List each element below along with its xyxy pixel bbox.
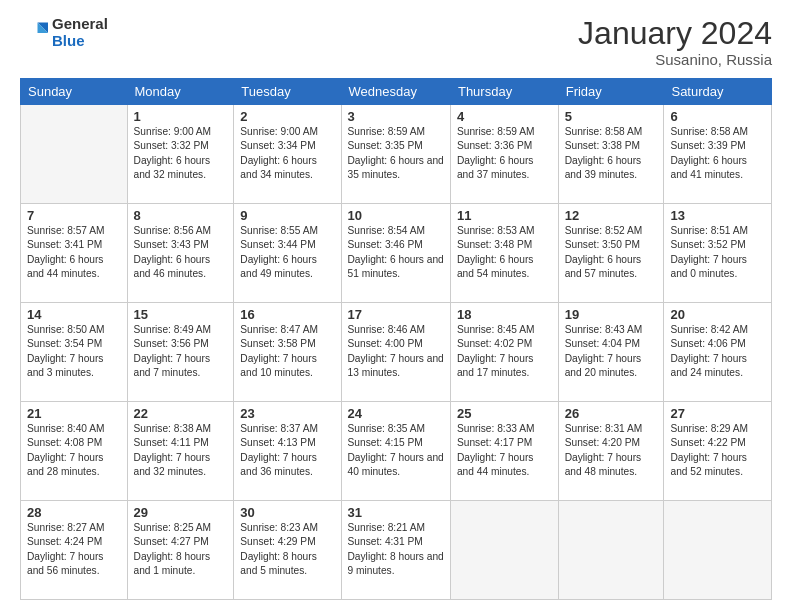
title-block: January 2024 Susanino, Russia [578, 16, 772, 68]
calendar-title: January 2024 [578, 16, 772, 51]
logo: General Blue [20, 16, 108, 49]
day-number: 1 [134, 109, 228, 124]
day-number: 5 [565, 109, 658, 124]
table-row: 15Sunrise: 8:49 AM Sunset: 3:56 PM Dayli… [127, 303, 234, 402]
table-row [21, 105, 128, 204]
day-info: Sunrise: 8:47 AM Sunset: 3:58 PM Dayligh… [240, 323, 334, 380]
table-row [664, 501, 772, 600]
table-row: 18Sunrise: 8:45 AM Sunset: 4:02 PM Dayli… [450, 303, 558, 402]
col-thursday: Thursday [450, 79, 558, 105]
day-info: Sunrise: 8:21 AM Sunset: 4:31 PM Dayligh… [348, 521, 444, 578]
col-monday: Monday [127, 79, 234, 105]
day-info: Sunrise: 8:23 AM Sunset: 4:29 PM Dayligh… [240, 521, 334, 578]
day-number: 31 [348, 505, 444, 520]
table-row: 12Sunrise: 8:52 AM Sunset: 3:50 PM Dayli… [558, 204, 664, 303]
day-info: Sunrise: 8:42 AM Sunset: 4:06 PM Dayligh… [670, 323, 765, 380]
table-row: 13Sunrise: 8:51 AM Sunset: 3:52 PM Dayli… [664, 204, 772, 303]
day-number: 29 [134, 505, 228, 520]
header: General Blue January 2024 Susanino, Russ… [20, 16, 772, 68]
day-info: Sunrise: 9:00 AM Sunset: 3:34 PM Dayligh… [240, 125, 334, 182]
day-info: Sunrise: 8:27 AM Sunset: 4:24 PM Dayligh… [27, 521, 121, 578]
table-row: 28Sunrise: 8:27 AM Sunset: 4:24 PM Dayli… [21, 501, 128, 600]
calendar-header-row: Sunday Monday Tuesday Wednesday Thursday… [21, 79, 772, 105]
table-row: 5Sunrise: 8:58 AM Sunset: 3:38 PM Daylig… [558, 105, 664, 204]
day-info: Sunrise: 8:33 AM Sunset: 4:17 PM Dayligh… [457, 422, 552, 479]
day-info: Sunrise: 8:40 AM Sunset: 4:08 PM Dayligh… [27, 422, 121, 479]
col-friday: Friday [558, 79, 664, 105]
table-row: 24Sunrise: 8:35 AM Sunset: 4:15 PM Dayli… [341, 402, 450, 501]
day-number: 6 [670, 109, 765, 124]
logo-text: General Blue [52, 16, 108, 49]
day-info: Sunrise: 8:57 AM Sunset: 3:41 PM Dayligh… [27, 224, 121, 281]
col-tuesday: Tuesday [234, 79, 341, 105]
table-row: 22Sunrise: 8:38 AM Sunset: 4:11 PM Dayli… [127, 402, 234, 501]
day-number: 30 [240, 505, 334, 520]
day-info: Sunrise: 9:00 AM Sunset: 3:32 PM Dayligh… [134, 125, 228, 182]
col-wednesday: Wednesday [341, 79, 450, 105]
day-number: 11 [457, 208, 552, 223]
table-row: 30Sunrise: 8:23 AM Sunset: 4:29 PM Dayli… [234, 501, 341, 600]
logo-general-text: General [52, 16, 108, 33]
table-row: 23Sunrise: 8:37 AM Sunset: 4:13 PM Dayli… [234, 402, 341, 501]
table-row: 29Sunrise: 8:25 AM Sunset: 4:27 PM Dayli… [127, 501, 234, 600]
table-row: 4Sunrise: 8:59 AM Sunset: 3:36 PM Daylig… [450, 105, 558, 204]
table-row: 27Sunrise: 8:29 AM Sunset: 4:22 PM Dayli… [664, 402, 772, 501]
table-row: 25Sunrise: 8:33 AM Sunset: 4:17 PM Dayli… [450, 402, 558, 501]
table-row: 16Sunrise: 8:47 AM Sunset: 3:58 PM Dayli… [234, 303, 341, 402]
day-number: 27 [670, 406, 765, 421]
day-info: Sunrise: 8:54 AM Sunset: 3:46 PM Dayligh… [348, 224, 444, 281]
table-row: 2Sunrise: 9:00 AM Sunset: 3:34 PM Daylig… [234, 105, 341, 204]
day-info: Sunrise: 8:43 AM Sunset: 4:04 PM Dayligh… [565, 323, 658, 380]
day-info: Sunrise: 8:50 AM Sunset: 3:54 PM Dayligh… [27, 323, 121, 380]
table-row: 1Sunrise: 9:00 AM Sunset: 3:32 PM Daylig… [127, 105, 234, 204]
day-info: Sunrise: 8:49 AM Sunset: 3:56 PM Dayligh… [134, 323, 228, 380]
calendar-table: Sunday Monday Tuesday Wednesday Thursday… [20, 78, 772, 600]
day-number: 15 [134, 307, 228, 322]
day-number: 28 [27, 505, 121, 520]
day-info: Sunrise: 8:25 AM Sunset: 4:27 PM Dayligh… [134, 521, 228, 578]
day-info: Sunrise: 8:46 AM Sunset: 4:00 PM Dayligh… [348, 323, 444, 380]
table-row: 31Sunrise: 8:21 AM Sunset: 4:31 PM Dayli… [341, 501, 450, 600]
col-saturday: Saturday [664, 79, 772, 105]
table-row: 6Sunrise: 8:58 AM Sunset: 3:39 PM Daylig… [664, 105, 772, 204]
table-row [450, 501, 558, 600]
day-info: Sunrise: 8:37 AM Sunset: 4:13 PM Dayligh… [240, 422, 334, 479]
day-number: 13 [670, 208, 765, 223]
day-number: 23 [240, 406, 334, 421]
day-number: 18 [457, 307, 552, 322]
day-number: 21 [27, 406, 121, 421]
table-row: 8Sunrise: 8:56 AM Sunset: 3:43 PM Daylig… [127, 204, 234, 303]
table-row: 7Sunrise: 8:57 AM Sunset: 3:41 PM Daylig… [21, 204, 128, 303]
table-row: 14Sunrise: 8:50 AM Sunset: 3:54 PM Dayli… [21, 303, 128, 402]
day-number: 16 [240, 307, 334, 322]
day-info: Sunrise: 8:38 AM Sunset: 4:11 PM Dayligh… [134, 422, 228, 479]
logo-blue-text: Blue [52, 33, 108, 50]
table-row: 17Sunrise: 8:46 AM Sunset: 4:00 PM Dayli… [341, 303, 450, 402]
day-number: 17 [348, 307, 444, 322]
col-sunday: Sunday [21, 79, 128, 105]
day-info: Sunrise: 8:59 AM Sunset: 3:36 PM Dayligh… [457, 125, 552, 182]
table-row: 10Sunrise: 8:54 AM Sunset: 3:46 PM Dayli… [341, 204, 450, 303]
day-number: 4 [457, 109, 552, 124]
day-number: 10 [348, 208, 444, 223]
day-number: 14 [27, 307, 121, 322]
day-info: Sunrise: 8:35 AM Sunset: 4:15 PM Dayligh… [348, 422, 444, 479]
day-info: Sunrise: 8:52 AM Sunset: 3:50 PM Dayligh… [565, 224, 658, 281]
day-info: Sunrise: 8:51 AM Sunset: 3:52 PM Dayligh… [670, 224, 765, 281]
table-row: 19Sunrise: 8:43 AM Sunset: 4:04 PM Dayli… [558, 303, 664, 402]
day-info: Sunrise: 8:31 AM Sunset: 4:20 PM Dayligh… [565, 422, 658, 479]
table-row: 20Sunrise: 8:42 AM Sunset: 4:06 PM Dayli… [664, 303, 772, 402]
table-row: 9Sunrise: 8:55 AM Sunset: 3:44 PM Daylig… [234, 204, 341, 303]
table-row [558, 501, 664, 600]
day-number: 20 [670, 307, 765, 322]
day-number: 12 [565, 208, 658, 223]
day-number: 25 [457, 406, 552, 421]
table-row: 21Sunrise: 8:40 AM Sunset: 4:08 PM Dayli… [21, 402, 128, 501]
day-number: 3 [348, 109, 444, 124]
table-row: 26Sunrise: 8:31 AM Sunset: 4:20 PM Dayli… [558, 402, 664, 501]
day-number: 26 [565, 406, 658, 421]
day-info: Sunrise: 8:55 AM Sunset: 3:44 PM Dayligh… [240, 224, 334, 281]
day-info: Sunrise: 8:59 AM Sunset: 3:35 PM Dayligh… [348, 125, 444, 182]
day-info: Sunrise: 8:29 AM Sunset: 4:22 PM Dayligh… [670, 422, 765, 479]
table-row: 11Sunrise: 8:53 AM Sunset: 3:48 PM Dayli… [450, 204, 558, 303]
